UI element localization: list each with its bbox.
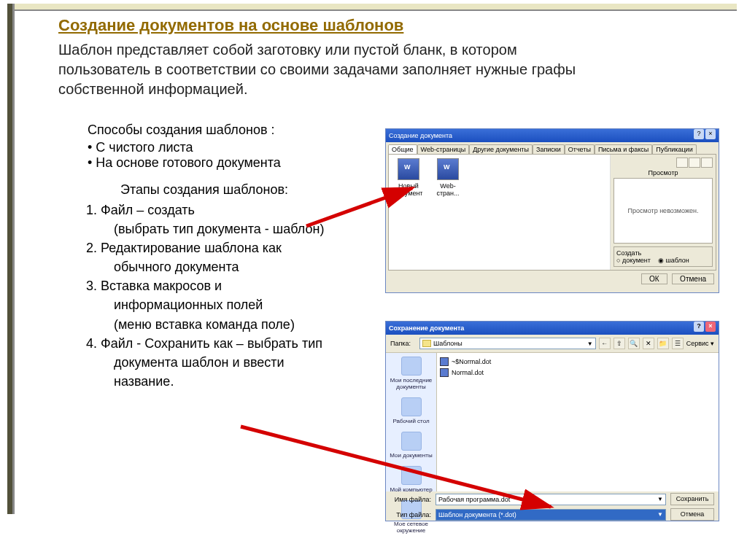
delete-icon[interactable]: ✕ [643, 338, 654, 349]
radio-document[interactable]: документ [616, 257, 651, 264]
dialog-titlebar[interactable]: Создание документа ? × [386, 129, 719, 142]
dialog-title: Создание документа [389, 129, 452, 142]
cancel-button[interactable]: Отмена [672, 273, 714, 284]
close-icon[interactable]: × [705, 322, 716, 332]
svg-line-0 [306, 188, 412, 226]
folder-combo[interactable]: Шаблоны ▼ [419, 338, 596, 349]
back-icon[interactable]: ← [599, 338, 611, 349]
place-recent[interactable]: Мои последние документы [386, 353, 436, 394]
list-item: С чистого листа [88, 140, 281, 155]
view-details-icon[interactable] [701, 158, 713, 168]
icon-label: Web-стран... [432, 182, 464, 197]
step-text: 4. Файл - Сохранить как – выбрать тип [86, 336, 322, 351]
word-icon [398, 158, 419, 180]
chevron-down-icon: ▼ [587, 341, 593, 347]
ok-button[interactable]: ОК [641, 273, 667, 284]
recent-icon [401, 357, 422, 376]
tab-letters[interactable]: Письма и факсы [595, 144, 652, 154]
description-text: Шаблон представляет собой заготовку или … [58, 40, 584, 99]
preview-label: Просмотр [614, 169, 713, 176]
chevron-down-icon: ▼ [657, 511, 663, 518]
close-icon[interactable]: × [705, 129, 716, 139]
arrow-to-create-dialog [306, 182, 423, 236]
chevron-down-icon: ▼ [657, 496, 663, 502]
step-text: 3. Вставка макросов и [86, 279, 222, 293]
tab-reports[interactable]: Отчеты [565, 144, 595, 154]
folder-icon [422, 340, 431, 347]
decorative-frame [7, 4, 737, 11]
step-text: информационных полей [86, 295, 371, 314]
save-button[interactable]: Сохранить [670, 493, 714, 505]
help-icon[interactable]: ? [694, 129, 704, 139]
tab-notes[interactable]: Записки [533, 144, 565, 154]
page-title: Создание документов на основе шаблонов [58, 16, 403, 35]
help-icon[interactable]: ? [694, 322, 704, 332]
desktop-icon [401, 397, 422, 416]
step-text: документа шаблон и ввести [86, 353, 371, 372]
group-label: Создать [616, 249, 641, 257]
view-list-icon[interactable] [689, 158, 700, 168]
step-text: название. [86, 372, 371, 391]
decorative-frame [7, 4, 15, 514]
dialog-titlebar[interactable]: Сохранение документа ? × [386, 322, 719, 335]
word-file-icon [440, 357, 449, 366]
tab-general[interactable]: Общие [388, 144, 417, 154]
arrow-to-save-dialog [241, 423, 562, 528]
preview-text: Просмотр невозможен. [628, 207, 699, 214]
service-menu[interactable]: Сервис ▾ [686, 340, 714, 347]
list-item: На основе готового документа [88, 155, 281, 171]
template-item-web[interactable]: Web-стран... [432, 158, 464, 197]
step-text: обычного документа [86, 257, 371, 276]
step-text: (меню вставка команда поле) [86, 315, 371, 334]
svg-line-1 [241, 427, 551, 507]
folder-label: Папка: [390, 340, 417, 347]
new-folder-icon[interactable]: 📁 [657, 338, 669, 349]
steps-heading: Этапы создания шаблонов: [120, 182, 288, 198]
tab-web[interactable]: Web-страницы [417, 144, 470, 154]
folder-value: Шаблоны [433, 340, 462, 347]
ways-list: С чистого листа На основе готового докум… [88, 140, 281, 171]
step-text: 1. Файл – создать [86, 203, 195, 217]
tab-strip: Общие Web-страницы Другие документы Запи… [386, 142, 719, 154]
step-text: 2. Редактирование шаблона как [86, 241, 282, 255]
views-icon[interactable]: ☰ [672, 338, 684, 349]
create-group: Создать документ шаблон [614, 246, 713, 267]
view-large-icon[interactable] [676, 158, 688, 168]
up-icon[interactable]: ⇧ [614, 338, 625, 349]
tab-other[interactable]: Другие документы [469, 144, 533, 154]
file-row[interactable]: Normal.dot [440, 367, 716, 378]
search-icon[interactable]: 🔍 [628, 338, 640, 349]
ways-heading: Способы создания шаблонов : [88, 122, 275, 138]
preview-box: Просмотр невозможен. [614, 178, 713, 244]
create-document-dialog: Создание документа ? × Общие Web-страниц… [385, 128, 719, 293]
radio-template[interactable]: шаблон [658, 257, 689, 264]
word-icon [437, 158, 459, 180]
word-file-icon [440, 368, 449, 377]
cancel-button[interactable]: Отмена [670, 508, 714, 521]
dialog-title: Сохранение документа [389, 322, 464, 335]
file-row[interactable]: ~$Normal.dot [440, 356, 716, 367]
tab-pubs[interactable]: Публикации [652, 144, 696, 154]
